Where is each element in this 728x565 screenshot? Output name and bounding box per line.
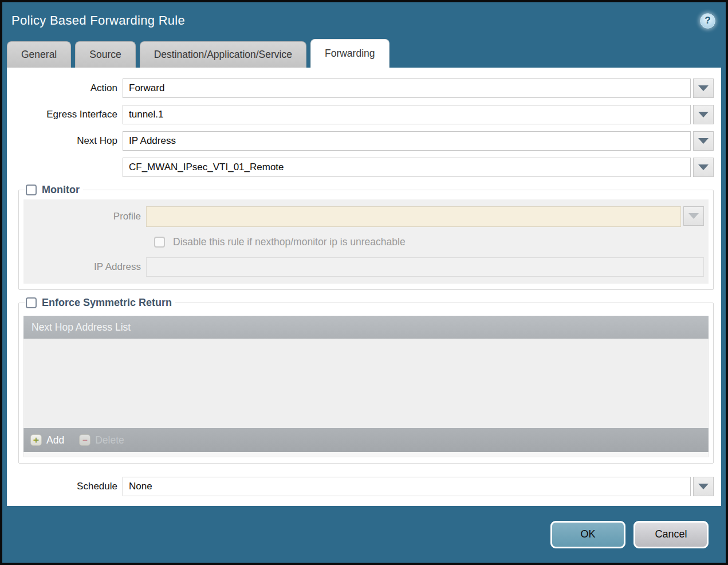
plus-icon: ＋ (30, 434, 42, 446)
schedule-combo (123, 477, 714, 496)
dialog-title: Policy Based Forwarding Rule (11, 13, 185, 28)
dialog-footer: OK Cancel (2, 506, 726, 563)
action-dropdown-button[interactable] (693, 79, 714, 98)
action-input[interactable] (123, 79, 691, 98)
chevron-down-icon (688, 213, 699, 219)
monitor-profile-label: Profile (23, 211, 146, 222)
next-hop-address-input[interactable] (123, 158, 691, 177)
monitor-checkbox[interactable] (26, 185, 37, 195)
next-hop-label: Next Hop (7, 135, 123, 147)
next-hop-row: Next Hop (7, 131, 714, 151)
tab-general[interactable]: General (7, 41, 71, 68)
add-button[interactable]: ＋ Add (30, 434, 64, 446)
next-hop-address-list-header: Next Hop Address List (23, 316, 709, 339)
next-hop-address-list-table: Next Hop Address List ＋ Add － Delete (23, 316, 709, 457)
tab-destination-application-service[interactable]: Destination/Application/Service (140, 41, 306, 68)
cancel-button[interactable]: Cancel (633, 521, 709, 548)
monitor-profile-row: Profile (23, 206, 704, 227)
minus-icon: － (79, 434, 90, 446)
schedule-row: Schedule (7, 477, 714, 496)
monitor-ip-address-field (146, 257, 704, 277)
enforce-symmetric-return-checkbox[interactable] (26, 297, 37, 308)
monitor-ip-address-label: IP Address (23, 261, 146, 273)
action-row: Action (7, 79, 714, 98)
enforce-symmetric-return-legend: Enforce Symmetric Return (25, 297, 175, 309)
schedule-dropdown-button[interactable] (693, 477, 714, 496)
disable-rule-label: Disable this rule if nexthop/monitor ip … (173, 236, 406, 248)
tab-content-forwarding: Action Egress Interface Next Hop (7, 68, 721, 506)
monitor-ip-address-combo (146, 257, 704, 277)
monitor-section-title: Monitor (42, 184, 80, 196)
next-hop-address-row (7, 158, 714, 177)
next-hop-address-dropdown-button[interactable] (693, 158, 714, 177)
next-hop-address-list-footer: ＋ Add － Delete (23, 428, 709, 452)
action-combo (123, 79, 714, 98)
next-hop-dropdown-button[interactable] (693, 131, 714, 151)
delete-button-label: Delete (95, 434, 124, 446)
tab-forwarding[interactable]: Forwarding (310, 39, 389, 68)
schedule-label: Schedule (7, 481, 123, 492)
tabstrip: General Source Destination/Application/S… (2, 39, 726, 68)
egress-interface-label: Egress Interface (7, 109, 123, 120)
monitor-legend: Monitor (25, 184, 83, 196)
egress-interface-input[interactable] (123, 105, 691, 124)
chevron-down-icon (698, 85, 709, 91)
chevron-down-icon (698, 138, 709, 144)
disable-rule-row: Disable this rule if nexthop/monitor ip … (23, 236, 704, 248)
next-hop-address-list-body[interactable] (23, 339, 709, 428)
next-hop-address-combo (123, 158, 714, 177)
egress-interface-combo (123, 105, 714, 124)
ok-button[interactable]: OK (550, 521, 625, 548)
monitor-profile-combo (146, 206, 704, 227)
tab-source[interactable]: Source (75, 41, 135, 68)
enforce-symmetric-return-title: Enforce Symmetric Return (42, 297, 172, 309)
schedule-input[interactable] (123, 477, 691, 496)
monitor-profile-dropdown-button (683, 206, 704, 226)
monitor-ip-address-row: IP Address (23, 257, 704, 277)
horizontal-scrollbar[interactable] (23, 452, 709, 457)
egress-interface-dropdown-button[interactable] (693, 105, 714, 124)
disable-rule-checkbox (154, 237, 165, 248)
chevron-down-icon (698, 484, 709, 489)
next-hop-combo (123, 131, 714, 151)
enforce-symmetric-return-section: Enforce Symmetric Return Next Hop Addres… (18, 297, 714, 464)
delete-button: － Delete (79, 434, 124, 446)
monitor-profile-field (146, 206, 681, 227)
egress-interface-row: Egress Interface (7, 105, 714, 124)
action-label: Action (7, 83, 123, 94)
dialog-titlebar: Policy Based Forwarding Rule ? (2, 2, 726, 39)
next-hop-input[interactable] (123, 131, 691, 151)
add-button-label: Add (46, 434, 64, 446)
policy-based-forwarding-dialog: Policy Based Forwarding Rule ? General S… (0, 0, 728, 565)
monitor-panel: Profile Disable this rule if nexthop/mon… (23, 199, 709, 284)
monitor-section: Monitor Profile Disable this rule if nex… (18, 184, 714, 290)
chevron-down-icon (698, 164, 709, 170)
help-icon[interactable]: ? (700, 13, 715, 29)
chevron-down-icon (698, 112, 709, 117)
